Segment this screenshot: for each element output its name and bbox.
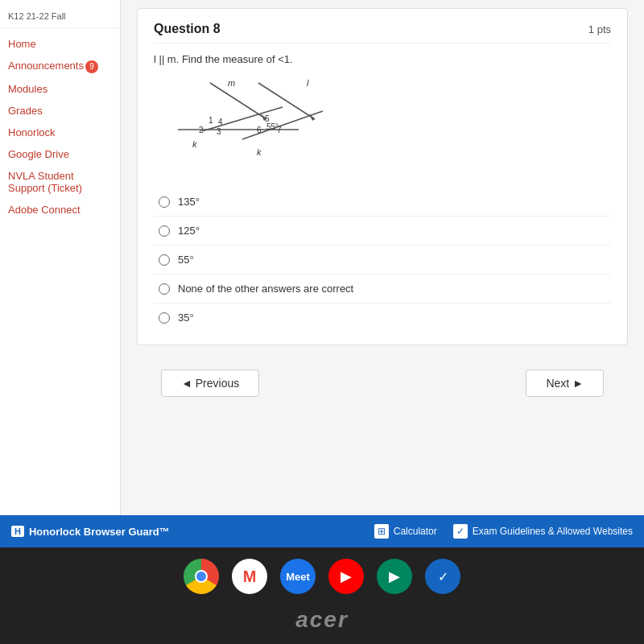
- sidebar-item-adobe-connect[interactable]: Adobe Connect: [0, 199, 120, 221]
- youtube-icon[interactable]: ▶: [328, 559, 364, 594]
- sidebar-link-announcements[interactable]: Announcements9: [8, 60, 112, 73]
- sidebar-link-home[interactable]: Home: [8, 38, 112, 50]
- toolbar-right: ⊞ Calculator ✓ Exam Guidelines & Allowed…: [374, 524, 633, 539]
- sidebar-link-adobe-connect[interactable]: Adobe Connect: [8, 204, 112, 216]
- exam-guidelines-icon: ✓: [453, 524, 468, 539]
- course-label: K12 21-22 Fall: [0, 8, 120, 28]
- svg-text:k: k: [192, 139, 197, 149]
- taskbar: M Meet ▶ ▶ ✓ acer: [0, 547, 644, 644]
- answer-option-0[interactable]: 135°: [154, 188, 611, 217]
- question-pts: 1 pts: [588, 23, 611, 35]
- gmail-icon[interactable]: M: [232, 559, 267, 594]
- announcements-badge: 9: [85, 60, 98, 73]
- chrome-inner: [195, 570, 208, 583]
- honorlock-label: H Honorlock Browser Guard™: [11, 526, 170, 538]
- acer-logo: acer: [295, 607, 349, 633]
- svg-text:l: l: [307, 78, 309, 88]
- sidebar-item-honorlock[interactable]: Honorlock: [0, 122, 120, 143]
- radio-2[interactable]: [159, 254, 170, 266]
- sidebar-nav: Home Announcements9 Modules Grades Honor…: [0, 28, 120, 221]
- radio-1[interactable]: [159, 225, 170, 237]
- sidebar-link-google-drive[interactable]: Google Drive: [8, 148, 112, 160]
- calculator-icon: ⊞: [374, 524, 389, 539]
- taskbar-icons: M Meet ▶ ▶ ✓: [184, 559, 460, 594]
- svg-text:3: 3: [217, 127, 221, 136]
- honorlock-text: Honorlock Browser Guard™: [29, 526, 170, 538]
- sidebar-item-home[interactable]: Home: [0, 33, 120, 55]
- geometry-diagram: m l 1 2 4 3 5 55° 6 7 k: [162, 75, 611, 175]
- main-content: Question 8 1 pts l || m. Find the measur…: [121, 0, 644, 547]
- previous-button[interactable]: ◄ Previous: [161, 369, 259, 397]
- blue-app-icon[interactable]: Meet: [280, 559, 316, 594]
- answer-label-2: 55°: [178, 254, 194, 266]
- sidebar: K12 21-22 Fall Home Announcements9 Modul…: [0, 0, 121, 547]
- next-button[interactable]: Next ►: [526, 369, 604, 397]
- answer-option-1[interactable]: 125°: [154, 217, 611, 246]
- svg-line-1: [210, 83, 266, 119]
- answer-option-4[interactable]: 35°: [154, 303, 611, 332]
- bottom-toolbar: H Honorlock Browser Guard™ ⊞ Calculator …: [0, 515, 644, 547]
- svg-text:k: k: [257, 147, 262, 157]
- svg-text:6: 6: [257, 126, 262, 134]
- radio-4[interactable]: [159, 312, 170, 324]
- sidebar-link-grades[interactable]: Grades: [8, 105, 112, 117]
- sidebar-item-nvla[interactable]: NVLA Student Support (Ticket): [0, 165, 120, 199]
- sidebar-item-grades[interactable]: Grades: [0, 100, 120, 122]
- sidebar-link-honorlock[interactable]: Honorlock: [8, 126, 112, 138]
- sidebar-item-google-drive[interactable]: Google Drive: [0, 143, 120, 165]
- answer-options: 135° 125° 55° None of the other answers …: [154, 188, 611, 332]
- sidebar-item-modules[interactable]: Modules: [0, 78, 120, 100]
- svg-text:4: 4: [218, 118, 223, 126]
- chrome-icon[interactable]: [184, 559, 219, 594]
- radio-0[interactable]: [159, 196, 170, 208]
- question-title: Question 8: [154, 22, 221, 36]
- question-card: Question 8 1 pts l || m. Find the measur…: [137, 8, 628, 345]
- exam-guidelines-label: Exam Guidelines & Allowed Websites: [473, 526, 633, 537]
- svg-text:2: 2: [199, 126, 204, 134]
- calculator-label: Calculator: [394, 526, 437, 537]
- answer-option-3[interactable]: None of the other answers are correct: [154, 275, 611, 303]
- svg-text:m: m: [228, 78, 235, 88]
- exam-guidelines-button[interactable]: ✓ Exam Guidelines & Allowed Websites: [453, 524, 633, 539]
- question-header: Question 8 1 pts: [154, 22, 611, 43]
- calculator-button[interactable]: ⊞ Calculator: [374, 524, 437, 539]
- diagram-svg: m l 1 2 4 3 5 55° 6 7 k: [162, 75, 339, 171]
- honorlock-icon: H: [11, 526, 24, 537]
- security-icon[interactable]: ✓: [425, 559, 460, 594]
- answer-label-0: 135°: [178, 196, 200, 208]
- sidebar-link-modules[interactable]: Modules: [8, 83, 112, 95]
- svg-text:7: 7: [277, 126, 282, 134]
- answer-label-1: 125°: [178, 225, 200, 237]
- question-text: l || m. Find the measure of <1.: [154, 53, 611, 65]
- play-store-icon[interactable]: ▶: [377, 559, 412, 594]
- answer-label-3: None of the other answers are correct: [178, 283, 353, 295]
- sidebar-item-announcements[interactable]: Announcements9: [0, 55, 120, 78]
- svg-text:1: 1: [208, 116, 213, 125]
- nav-row: ◄ Previous Next ►: [137, 361, 628, 405]
- radio-3[interactable]: [159, 283, 170, 295]
- answer-label-4: 35°: [178, 312, 194, 324]
- sidebar-link-nvla[interactable]: NVLA Student Support (Ticket): [8, 170, 112, 194]
- answer-option-2[interactable]: 55°: [154, 246, 611, 275]
